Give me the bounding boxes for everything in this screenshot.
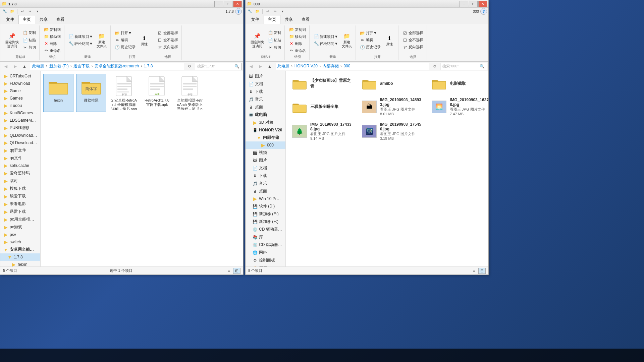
left-undo-btn[interactable]: ↩: [19, 9, 25, 14]
left-sidebar-qqgroup[interactable]: ▶ qq群文件: [0, 146, 40, 154]
right-sidebar-docs2[interactable]: 📄 文档: [246, 164, 285, 172]
right-tab-file[interactable]: 文件: [247, 15, 264, 24]
left-copy-btn[interactable]: 📋 复制: [21, 29, 37, 36]
right-sidebar-cd-drive1[interactable]: 💿 CD 驱动器 (G:: [246, 226, 285, 233]
left-minimize-button[interactable]: ─: [214, 1, 223, 7]
left-rename-btn[interactable]: ✏ 重命名: [42, 47, 62, 54]
right-path-storage[interactable]: 内部存储: [323, 64, 339, 68]
right-sidebar-control-panel[interactable]: ⚙ 控制面板: [246, 256, 285, 264]
right-delete-btn[interactable]: ✕ 删除: [287, 40, 307, 47]
left-pin-quickaccess-btn[interactable]: 📌 固定到快速访问: [4, 31, 20, 49]
left-path-drive[interactable]: 新加卷 (F:): [49, 64, 69, 68]
left-close-button[interactable]: ✕: [233, 1, 242, 7]
right-move-to-btn[interactable]: 📁 移动到: [287, 33, 307, 40]
left-sidebar-pcgame[interactable]: ▶ pc游戏: [0, 223, 40, 231]
right-easy-access-btn[interactable]: 🔧 轻松访问▼: [312, 40, 339, 47]
left-file-ms-black[interactable]: 简体字 微软推黑: [76, 74, 106, 112]
left-back-btn[interactable]: ◀: [2, 63, 10, 70]
left-new-item-btn[interactable]: 📄 新建项目▼: [67, 33, 94, 40]
left-properties-btn[interactable]: ℹ 属性: [138, 33, 151, 47]
left-sidebar-games[interactable]: ▶ Games: [0, 95, 40, 102]
right-sidebar-videos[interactable]: 🎬 视频: [246, 149, 285, 157]
right-paste-btn[interactable]: 📄 粘贴: [266, 37, 282, 44]
left-forward-btn[interactable]: ▶: [11, 63, 19, 70]
left-copy-to-btn[interactable]: 📂 复制到: [42, 26, 62, 33]
left-tab-file[interactable]: 文件: [2, 15, 18, 24]
right-file-sanlian[interactable]: 三联版全睡全集: [288, 96, 356, 118]
right-up-btn[interactable]: ▲: [266, 63, 274, 70]
left-search-box[interactable]: 搜索"1.7.8" 🔍: [195, 63, 242, 70]
left-sidebar-xuai[interactable]: ▶ 续爱下载: [0, 192, 40, 200]
right-file-movie-clips[interactable]: 电影截取: [428, 74, 488, 93]
right-tab-view[interactable]: 查看: [297, 15, 314, 24]
right-sidebar-network[interactable]: 🌐 网络: [246, 249, 285, 256]
left-paste-btn[interactable]: 📄 粘贴: [21, 37, 37, 44]
left-open-btn[interactable]: 📂 打开▼: [113, 30, 137, 37]
left-sidebar-pcemu[interactable]: ▶ pc用全能模…: [0, 216, 40, 223]
left-delete-btn[interactable]: ✕ 删除: [42, 40, 62, 47]
left-sidebar-psv[interactable]: ▶ psv: [0, 231, 40, 238]
left-select-all-btn[interactable]: ☑ 全部选择: [156, 30, 179, 37]
right-file-shoujo[interactable]: 【少女映画56】雪原之青: [288, 74, 356, 93]
right-invert-select-btn[interactable]: ⇄ 反向选择: [401, 44, 425, 51]
right-sidebar-software-d[interactable]: 💾 软件 (D:): [246, 202, 285, 210]
left-file-png1[interactable]: .png 2.安卓端RetroArch全能模拟器详解－简书.png: [109, 74, 139, 112]
left-sidebar-hexin[interactable]: ▶ hexin: [0, 261, 40, 266]
right-copy-btn[interactable]: 📋 复制: [266, 29, 282, 36]
right-file-img163708[interactable]: 🌅 IMG_20190903_163708.jpg 看图王 JPG 图片文件 7…: [428, 96, 488, 118]
left-sidebar-souhu[interactable]: ▶ 搜狐下载: [0, 185, 40, 192]
right-select-all-btn[interactable]: ☑ 全部选择: [401, 30, 425, 37]
right-sidebar-downloads2[interactable]: ⬇ 下载: [246, 172, 285, 180]
right-close-button[interactable]: ✕: [478, 1, 487, 7]
right-path-honor[interactable]: HONOR V20: [294, 64, 318, 68]
right-sidebar-drive-e[interactable]: 💾 新加卷 (E:): [246, 210, 285, 218]
left-maximize-button[interactable]: □: [224, 1, 232, 7]
right-open-btn[interactable]: 📂 打开▼: [359, 30, 382, 37]
right-sidebar-drive-f[interactable]: 💾 新加卷 (F:): [246, 218, 285, 226]
right-sidebar-this-pc[interactable]: 💻 此电脑: [246, 111, 285, 119]
right-pin-quickaccess-btn[interactable]: 📌 固定到快速访问: [249, 31, 266, 49]
left-sidebar-crtubeget[interactable]: ▶ CRTubeGet: [0, 72, 40, 80]
right-sidebar-music2[interactable]: 🎵 音乐: [246, 180, 285, 187]
right-sidebar-pictures2[interactable]: 🖼 图片: [246, 157, 285, 164]
taskbar[interactable]: [0, 349, 644, 362]
left-sidebar-temp[interactable]: ▶ 临时: [0, 177, 40, 185]
right-forward-btn[interactable]: ▶: [256, 63, 264, 70]
left-file-hexin[interactable]: hexin: [43, 74, 73, 112]
left-path-pc[interactable]: 此电脑: [32, 64, 44, 68]
right-rename-btn[interactable]: ✏ 重命名: [287, 47, 307, 54]
left-cut-btn[interactable]: ✂ 剪切: [21, 44, 37, 51]
right-sidebar-library[interactable]: 📚 库: [246, 233, 285, 241]
right-address-path[interactable]: 此电脑 › HONOR V20 › 内部存储 › 000: [275, 63, 429, 70]
right-sidebar-desktop[interactable]: 🖥 桌面: [246, 103, 285, 111]
left-sidebar-itodou[interactable]: ▶ iTudou: [0, 102, 40, 109]
right-copy-to-btn[interactable]: 📂 复制到: [287, 26, 307, 33]
right-new-item-btn[interactable]: 📄 新建项目▼: [312, 33, 339, 40]
left-path-178[interactable]: 1.7.8: [144, 64, 153, 68]
left-sidebar-qldownload1[interactable]: ▶ QLDownload…: [0, 132, 40, 139]
left-path-retroarch[interactable]: 安卓全能模拟器retroarch: [95, 64, 139, 68]
right-sidebar-documents[interactable]: 📄 文档: [246, 80, 285, 88]
right-select-none-btn[interactable]: ☐ 全不选择: [401, 37, 425, 44]
right-cut-btn[interactable]: ✂ 剪切: [266, 44, 282, 51]
left-sidebar-android-emu[interactable]: ▼ 安卓用全能…: [0, 246, 40, 253]
right-history-btn[interactable]: 🕐 历史记录: [359, 44, 382, 51]
left-qt-dropdown[interactable]: ▾: [34, 9, 40, 14]
left-sidebar-ldsgame[interactable]: ▶ LDSGameM…: [0, 117, 40, 124]
left-list-view-btn[interactable]: ≡: [225, 268, 232, 274]
left-new-folder-quick-btn[interactable]: 📁: [9, 9, 15, 14]
right-redo-btn[interactable]: ↪: [272, 9, 278, 14]
left-help-button[interactable]: ?: [235, 8, 242, 15]
right-sidebar-3d-objects[interactable]: ▶ 3D 对象: [246, 119, 285, 126]
left-easy-access-btn[interactable]: 🔧 轻松访问▼: [67, 40, 94, 47]
right-tab-share[interactable]: 共享: [280, 15, 297, 24]
left-tab-view[interactable]: 查看: [52, 15, 69, 24]
right-sidebar-music[interactable]: 🎵 音乐: [246, 96, 285, 103]
right-help-button[interactable]: ?: [480, 8, 487, 15]
left-sidebar-unwatched[interactable]: ▶ 未看电影: [0, 200, 40, 208]
right-undo-btn[interactable]: ↩: [265, 9, 271, 14]
right-path-000[interactable]: 000: [343, 64, 350, 68]
right-qt-dropdown[interactable]: ▾: [279, 9, 285, 14]
right-file-img174338[interactable]: 🌲 IMG_20190903_174338.jpg 看图王 JPG 图片文件 9…: [288, 120, 356, 142]
left-file-apk[interactable]: .apk RetroArch1.7.8官网下载.apk: [142, 74, 172, 112]
